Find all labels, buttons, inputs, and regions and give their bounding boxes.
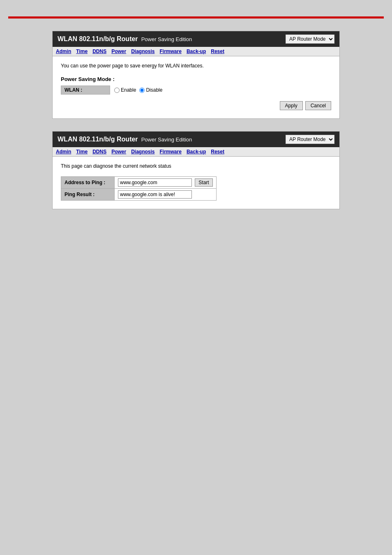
- diag-nav-firmware[interactable]: Firmware: [160, 149, 182, 155]
- diag-nav-reset[interactable]: Reset: [211, 149, 224, 155]
- ping-result-input: [118, 190, 192, 199]
- power-panel-body: You can use the power page to save energ…: [53, 56, 339, 118]
- diag-mode-select[interactable]: AP Router Mode: [286, 135, 334, 144]
- diagnosis-panel: WLAN 802.11n/b/g Router Power Saving Edi…: [52, 131, 340, 209]
- diag-nav-ddns[interactable]: DDNS: [92, 149, 106, 155]
- power-nav-diagnosis[interactable]: Diagnosis: [131, 49, 154, 54]
- diag-panel-title: WLAN 802.11n/b/g Router Power Saving Edi…: [58, 136, 192, 143]
- disable-radio[interactable]: [139, 88, 145, 93]
- diag-title-light: Power Saving Edition: [140, 136, 192, 143]
- diag-nav-power[interactable]: Power: [111, 149, 126, 155]
- address-row: Address to Ping : Start: [61, 177, 217, 189]
- cancel-button[interactable]: Cancel: [305, 101, 331, 110]
- power-nav-backup[interactable]: Back-up: [187, 49, 206, 54]
- diag-nav-admin[interactable]: Admin: [56, 149, 71, 155]
- power-nav-firmware[interactable]: Firmware: [160, 49, 182, 54]
- power-panel-title: WLAN 802.11n/b/g Router Power Saving Edi…: [58, 35, 192, 43]
- enable-radio-text: Enable: [121, 87, 136, 93]
- power-nav-ddns[interactable]: DDNS: [92, 49, 106, 54]
- power-nav-time[interactable]: Time: [76, 49, 88, 54]
- result-row: Ping Result :: [61, 189, 217, 201]
- diag-nav-backup[interactable]: Back-up: [187, 149, 206, 155]
- enable-radio[interactable]: [114, 88, 120, 93]
- power-nav-reset[interactable]: Reset: [211, 49, 224, 54]
- wlan-row: WLAN : Enable Disable: [61, 86, 331, 95]
- diag-nav-diagnosis[interactable]: Diagnosis: [131, 149, 154, 155]
- power-description: You can use the power page to save energ…: [61, 63, 331, 69]
- power-title-bold: WLAN 802.11n/b/g Router: [58, 35, 138, 42]
- disable-radio-text: Disable: [146, 87, 162, 93]
- result-value-cell: [115, 189, 217, 201]
- diag-title-bold: WLAN 802.11n/b/g Router: [58, 136, 138, 143]
- ping-address-input[interactable]: [118, 178, 192, 187]
- address-label: Address to Ping :: [61, 177, 115, 189]
- wlan-label: WLAN :: [61, 86, 110, 95]
- power-panel-header: WLAN 802.11n/b/g Router Power Saving Edi…: [53, 31, 339, 47]
- diag-nav-bar: Admin Time DDNS Power Diagnosis Firmware…: [53, 147, 339, 157]
- power-nav-admin[interactable]: Admin: [56, 49, 71, 54]
- power-panel: WLAN 802.11n/b/g Router Power Saving Edi…: [52, 31, 340, 119]
- diag-description: This page can diagnose the current netwo…: [61, 163, 331, 169]
- diag-panel-header: WLAN 802.11n/b/g Router Power Saving Edi…: [53, 132, 339, 147]
- disable-radio-label[interactable]: Disable: [139, 87, 162, 93]
- diag-table: Address to Ping : Start Ping Result :: [61, 176, 217, 201]
- power-nav-bar: Admin Time DDNS Power Diagnosis Firmware…: [53, 47, 339, 56]
- diag-panel-body: This page can diagnose the current netwo…: [53, 157, 339, 209]
- apply-button[interactable]: Apply: [280, 101, 303, 110]
- power-nav-power[interactable]: Power: [111, 49, 126, 54]
- power-section-label: Power Saving Mode :: [61, 76, 331, 82]
- result-label: Ping Result :: [61, 189, 115, 201]
- enable-radio-label[interactable]: Enable: [114, 87, 136, 93]
- diag-nav-time[interactable]: Time: [76, 149, 88, 155]
- top-red-bar: [8, 16, 384, 18]
- power-mode-select[interactable]: AP Router Mode: [286, 35, 334, 44]
- power-title-light: Power Saving Edition: [140, 36, 192, 42]
- address-value-cell: Start: [115, 177, 217, 189]
- start-button[interactable]: Start: [195, 178, 212, 187]
- page-wrapper: WLAN 802.11n/b/g Router Power Saving Edi…: [0, 0, 392, 555]
- power-button-row: Apply Cancel: [61, 101, 331, 110]
- wlan-radio-group: Enable Disable: [114, 87, 162, 93]
